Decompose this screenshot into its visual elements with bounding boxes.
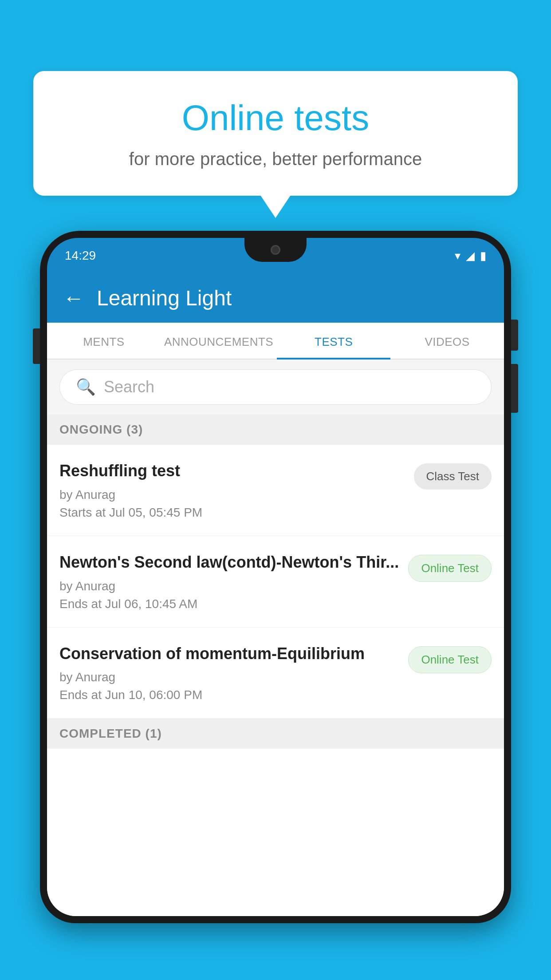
bubble-subtitle: for more practice, better performance <box>69 149 482 169</box>
test-item-1[interactable]: Reshuffling test by Anurag Starts at Jul… <box>47 445 504 536</box>
side-button-left <box>33 328 40 364</box>
status-bar: 14:29 ▾ ◢ ▮ <box>47 238 504 273</box>
phone-screen: ← Learning Light MENTS ANNOUNCEMENTS TES… <box>47 273 504 916</box>
completed-section-header: COMPLETED (1) <box>47 719 504 749</box>
test-name-3: Conservation of momentum-Equilibrium <box>59 644 399 664</box>
test-by-1: by Anurag <box>59 488 405 502</box>
test-badge-3: Online Test <box>408 646 492 673</box>
notch <box>244 238 307 262</box>
test-info-1: Reshuffling test by Anurag Starts at Jul… <box>59 461 414 520</box>
signal-icon: ◢ <box>466 249 475 263</box>
back-button[interactable]: ← <box>63 286 84 310</box>
test-date-1: Starts at Jul 05, 05:45 PM <box>59 506 405 520</box>
camera-cutout <box>271 245 280 255</box>
test-date-2: Ends at Jul 06, 10:45 AM <box>59 597 399 611</box>
test-badge-1: Class Test <box>414 463 492 490</box>
wifi-icon: ▾ <box>455 249 460 263</box>
search-placeholder: Search <box>104 378 154 396</box>
test-name-2: Newton's Second law(contd)-Newton's Thir… <box>59 552 399 573</box>
test-by-3: by Anurag <box>59 670 399 684</box>
app-title: Learning Light <box>97 286 232 310</box>
test-list: Reshuffling test by Anurag Starts at Jul… <box>47 445 504 916</box>
test-item-2[interactable]: Newton's Second law(contd)-Newton's Thir… <box>47 536 504 628</box>
test-date-3: Ends at Jun 10, 06:00 PM <box>59 688 399 702</box>
phone-container: 14:29 ▾ ◢ ▮ ← Learning Light <box>40 231 511 980</box>
tab-bar: MENTS ANNOUNCEMENTS TESTS VIDEOS <box>47 323 504 360</box>
test-info-3: Conservation of momentum-Equilibrium by … <box>59 644 408 703</box>
status-icons: ▾ ◢ ▮ <box>455 249 486 263</box>
search-container: 🔍 Search <box>47 360 504 415</box>
phone-outer: 14:29 ▾ ◢ ▮ ← Learning Light <box>40 231 511 923</box>
speech-bubble-area: Online tests for more practice, better p… <box>33 71 518 196</box>
side-button-power <box>511 364 518 413</box>
tab-tests[interactable]: TESTS <box>277 323 390 359</box>
test-item-3[interactable]: Conservation of momentum-Equilibrium by … <box>47 628 504 719</box>
search-icon: 🔍 <box>76 378 96 396</box>
app-header: ← Learning Light <box>47 273 504 323</box>
tab-videos[interactable]: VIDEOS <box>390 323 504 359</box>
test-info-2: Newton's Second law(contd)-Newton's Thir… <box>59 552 408 611</box>
test-by-2: by Anurag <box>59 579 399 593</box>
side-button-volume <box>511 320 518 351</box>
tab-ments[interactable]: MENTS <box>47 323 161 359</box>
test-badge-2: Online Test <box>408 555 492 582</box>
test-name-1: Reshuffling test <box>59 461 405 482</box>
bubble-title: Online tests <box>69 98 482 138</box>
tab-announcements[interactable]: ANNOUNCEMENTS <box>161 323 277 359</box>
speech-bubble: Online tests for more practice, better p… <box>33 71 518 196</box>
search-bar[interactable]: 🔍 Search <box>59 369 492 405</box>
battery-icon: ▮ <box>480 249 486 263</box>
ongoing-section-header: ONGOING (3) <box>47 415 504 445</box>
status-time: 14:29 <box>65 249 96 263</box>
